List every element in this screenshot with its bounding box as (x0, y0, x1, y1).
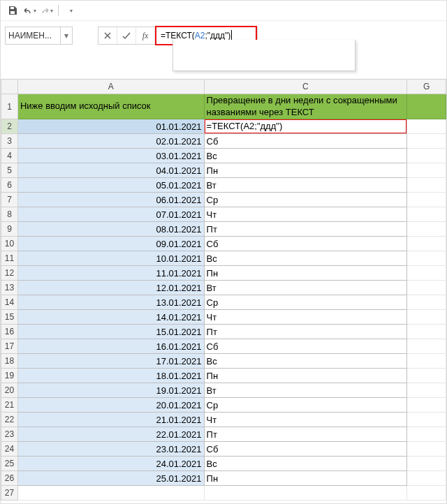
cell-G2[interactable] (407, 119, 446, 134)
row-header[interactable]: 7 (1, 193, 18, 207)
column-header-A[interactable]: A (17, 80, 204, 94)
header-cell-A1[interactable]: Ниже вводим исходный список (17, 94, 204, 119)
cell-C2[interactable]: =ТЕКСТ(A2;"ддд") (204, 119, 407, 134)
cell-G11[interactable] (407, 251, 446, 266)
row-header[interactable]: 2 (1, 119, 18, 134)
cell-A26[interactable]: 25.01.2021 (17, 471, 204, 486)
cell-A3[interactable]: 02.01.2021 (17, 134, 204, 149)
cell-G26[interactable] (407, 471, 446, 486)
cell-A9[interactable]: 08.01.2021 (17, 222, 204, 237)
name-box-dropdown[interactable]: ▾ (60, 27, 72, 44)
cell-G12[interactable] (407, 266, 446, 281)
cell-A14[interactable]: 13.01.2021 (17, 295, 204, 310)
cell-C5[interactable]: Пн (204, 163, 407, 178)
row-header[interactable]: 3 (1, 134, 18, 149)
cell-A21[interactable]: 20.01.2021 (17, 398, 204, 413)
cell-A13[interactable]: 12.01.2021 (17, 281, 204, 295)
row-header[interactable]: 4 (1, 149, 18, 163)
row-header[interactable]: 20 (1, 383, 18, 398)
cell-A10[interactable]: 09.01.2021 (17, 237, 204, 251)
chevron-down-icon[interactable]: ▾ (34, 8, 36, 14)
cell-G13[interactable] (407, 281, 446, 295)
cell-A18[interactable]: 17.01.2021 (17, 354, 204, 369)
cell-C27[interactable] (204, 486, 407, 501)
cell-A15[interactable]: 14.01.2021 (17, 310, 204, 325)
name-box[interactable]: ▾ (5, 27, 73, 45)
row-header[interactable]: 18 (1, 354, 18, 369)
row-header[interactable]: 19 (1, 369, 18, 383)
cell-G19[interactable] (407, 369, 446, 383)
cell-G24[interactable] (407, 442, 446, 457)
redo-icon[interactable]: ▾ (38, 3, 54, 17)
cell-A4[interactable]: 03.01.2021 (17, 149, 204, 163)
cell-C11[interactable]: Вс (204, 251, 407, 266)
cell-G18[interactable] (407, 354, 446, 369)
cell-A2[interactable]: 01.01.2021 (17, 119, 204, 134)
row-header[interactable]: 1 (1, 94, 18, 119)
cell-C24[interactable]: Сб (204, 442, 407, 457)
row-header[interactable]: 5 (1, 163, 18, 178)
row-header[interactable]: 11 (1, 251, 18, 266)
cell-A24[interactable]: 23.01.2021 (17, 442, 204, 457)
row-header[interactable]: 24 (1, 442, 18, 457)
row-header[interactable]: 14 (1, 295, 18, 310)
cell-G9[interactable] (407, 222, 446, 237)
cell-C7[interactable]: Ср (204, 193, 407, 207)
cell-A5[interactable]: 04.01.2021 (17, 163, 204, 178)
cell-A19[interactable]: 18.01.2021 (17, 369, 204, 383)
cell-A27[interactable] (17, 486, 204, 501)
row-header[interactable]: 16 (1, 325, 18, 339)
cell-G22[interactable] (407, 413, 446, 427)
cell-G5[interactable] (407, 163, 446, 178)
cell-C10[interactable]: Сб (204, 237, 407, 251)
cell-G23[interactable] (407, 427, 446, 442)
cell-G21[interactable] (407, 398, 446, 413)
header-cell-C1[interactable]: Превращение в дни недели с сокращенными … (204, 94, 407, 119)
cell-G4[interactable] (407, 149, 446, 163)
cell-C25[interactable]: Вс (204, 457, 407, 471)
cell-C8[interactable]: Чт (204, 207, 407, 222)
enter-icon[interactable] (117, 27, 136, 44)
cell-G7[interactable] (407, 193, 446, 207)
row-header[interactable]: 13 (1, 281, 18, 295)
cell-A12[interactable]: 11.01.2021 (17, 266, 204, 281)
cell-G20[interactable] (407, 383, 446, 398)
cell-G17[interactable] (407, 339, 446, 354)
chevron-down-icon[interactable]: ▾ (50, 8, 53, 14)
cell-C17[interactable]: Сб (204, 339, 407, 354)
cell-C26[interactable]: Пн (204, 471, 407, 486)
cell-C9[interactable]: Пт (204, 222, 407, 237)
cell-A8[interactable]: 07.01.2021 (17, 207, 204, 222)
column-header-G[interactable]: G (407, 80, 446, 94)
cell-A11[interactable]: 10.01.2021 (17, 251, 204, 266)
cell-C22[interactable]: Чт (204, 413, 407, 427)
formula-bar-expanded-area[interactable] (173, 40, 356, 71)
cell-A23[interactable]: 22.01.2021 (17, 427, 204, 442)
cell-G25[interactable] (407, 457, 446, 471)
row-header[interactable]: 21 (1, 398, 18, 413)
save-icon[interactable] (5, 3, 20, 17)
worksheet-grid[interactable]: A C G 1 Ниже вводим исходный список Прев… (1, 79, 446, 503)
cell-A22[interactable]: 21.01.2021 (17, 413, 204, 427)
cell-C4[interactable]: Вс (204, 149, 407, 163)
cell-A7[interactable]: 06.01.2021 (17, 193, 204, 207)
cell-C13[interactable]: Вт (204, 281, 407, 295)
row-header[interactable]: 26 (1, 471, 18, 486)
cell-G10[interactable] (407, 237, 446, 251)
cell-A17[interactable]: 16.01.2021 (17, 339, 204, 354)
cell-C19[interactable]: Пн (204, 369, 407, 383)
row-header[interactable]: 23 (1, 427, 18, 442)
cancel-icon[interactable] (98, 27, 117, 44)
cell-G27[interactable] (407, 486, 446, 501)
cell-C15[interactable]: Чт (204, 310, 407, 325)
cell-A16[interactable]: 15.01.2021 (17, 325, 204, 339)
row-header[interactable]: 15 (1, 310, 18, 325)
cell-C16[interactable]: Пт (204, 325, 407, 339)
cell-G8[interactable] (407, 207, 446, 222)
row-header[interactable]: 9 (1, 222, 18, 237)
cell-A25[interactable]: 24.01.2021 (17, 457, 204, 471)
row-header[interactable]: 12 (1, 266, 18, 281)
row-header[interactable]: 17 (1, 339, 18, 354)
cell-C14[interactable]: Ср (204, 295, 407, 310)
cell-C18[interactable]: Вс (204, 354, 407, 369)
